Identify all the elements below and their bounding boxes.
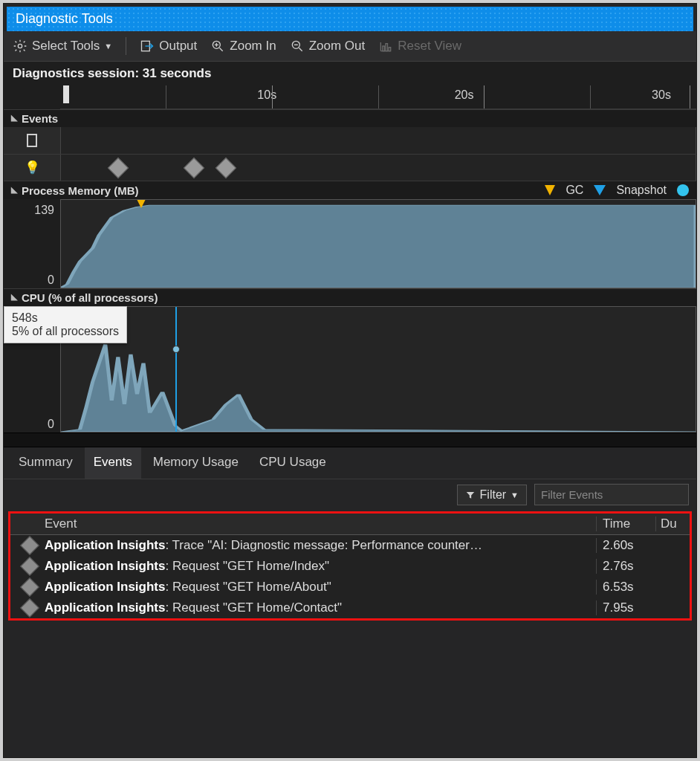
session-label: Diagnostics session: 31 seconds [4, 62, 696, 85]
output-icon [140, 39, 155, 54]
memory-ymin: 0 [48, 273, 54, 287]
break-events-icon[interactable] [27, 134, 37, 147]
event-text: : Request "GET Home/Index" [165, 559, 329, 573]
collapse-icon: ◣ [11, 292, 17, 302]
zoom-out-icon [290, 39, 305, 54]
toolbar: Select Tools ▼ Output Zoom In Zoom Out R… [4, 31, 696, 62]
cpu-tooltip: 548s 5% of all processors [4, 306, 127, 343]
filter-icon [465, 490, 476, 500]
time-cell: 2.60s [596, 538, 655, 553]
event-source: Application Insights [45, 600, 165, 615]
playhead-icon[interactable] [63, 85, 69, 103]
cpu-cursor-dot[interactable] [172, 346, 180, 353]
chevron-down-icon: ▼ [511, 490, 519, 499]
table-row[interactable]: Application Insights: Request "GET Home/… [10, 598, 690, 618]
table-row[interactable]: Application Insights: Request "GET Home/… [10, 577, 690, 598]
tab-events[interactable]: Events [85, 447, 141, 479]
ruler-tick-30s: 30s [652, 88, 671, 102]
intellitrace-track[interactable] [60, 155, 696, 181]
separator [126, 37, 126, 55]
col-header-event[interactable]: Event [45, 516, 596, 531]
memory-chart[interactable]: 139 0 [4, 199, 696, 288]
legend-snapshot: Snapshot [616, 184, 667, 197]
diamond-icon [20, 598, 39, 617]
event-text: : Trace "AI: Diagnostic message: Perform… [165, 538, 482, 552]
gc-marker-icon [545, 185, 555, 195]
event-text: : Request "GET Home/About" [165, 580, 331, 594]
intellitrace-icon[interactable]: 💡 [25, 160, 40, 175]
break-events-track[interactable] [60, 127, 696, 154]
event-cell: Application Insights: Request "GET Home/… [45, 600, 596, 615]
private-bytes-icon [677, 184, 689, 196]
time-cell: 6.53s [596, 580, 655, 595]
memory-section-header[interactable]: ◣ Process Memory (MB) GC Snapshot [4, 181, 696, 199]
event-marker[interactable] [184, 157, 204, 178]
events-table: Event Time Du Application Insights: Trac… [8, 511, 692, 621]
collapse-icon: ◣ [11, 185, 17, 195]
event-marker[interactable] [108, 157, 129, 178]
event-cell: Application Insights: Request "GET Home/… [45, 580, 596, 595]
filter-events-input[interactable] [534, 484, 689, 505]
table-header: Event Time Du [10, 514, 690, 535]
select-tools-label: Select Tools [32, 39, 100, 54]
reset-view-button: Reset View [378, 39, 461, 54]
tab-summary[interactable]: Summary [10, 447, 82, 479]
memory-plot-area [61, 200, 696, 288]
select-tools-dropdown[interactable]: Select Tools ▼ [13, 39, 112, 54]
cpu-cursor-line[interactable] [175, 307, 177, 432]
event-marker[interactable] [215, 157, 236, 178]
diamond-icon [20, 536, 39, 554]
table-row[interactable]: Application Insights: Trace "AI: Diagnos… [10, 535, 690, 556]
output-label: Output [159, 39, 197, 54]
panel-divider[interactable] [4, 433, 696, 447]
filter-bar: Filter ▼ [4, 479, 696, 510]
cpu-section-title: CPU (% of all processors) [22, 291, 158, 304]
cpu-section-header[interactable]: ◣ CPU (% of all processors) [4, 288, 696, 306]
diamond-icon [20, 577, 39, 596]
zoom-out-button[interactable]: Zoom Out [290, 39, 366, 54]
svg-point-0 [18, 44, 22, 48]
timeline-ruler[interactable]: 10s 20s 30s [60, 85, 696, 109]
output-button[interactable]: Output [140, 39, 197, 54]
event-source: Application Insights [45, 559, 165, 573]
zoom-in-label: Zoom In [230, 39, 276, 54]
cpu-chart[interactable]: 0 548s 5% of all processors [4, 306, 696, 433]
memory-section-title: Process Memory (MB) [22, 184, 139, 197]
table-row[interactable]: Application Insights: Request "GET Home/… [10, 556, 690, 577]
zoom-in-icon [210, 39, 225, 54]
svg-rect-6 [389, 48, 391, 51]
filter-label: Filter [480, 488, 507, 502]
event-cell: Application Insights: Request "GET Home/… [45, 559, 596, 574]
events-lane: 💡 [4, 127, 696, 181]
filter-dropdown[interactable]: Filter ▼ [457, 485, 527, 505]
time-cell: 7.95s [596, 600, 655, 615]
ruler-tick-20s: 20s [455, 88, 474, 102]
window-title[interactable]: Diagnostic Tools [7, 7, 693, 31]
event-text: : Request "GET Home/Contact" [165, 600, 342, 615]
tooltip-value: 5% of all processors [12, 325, 119, 338]
zoom-in-button[interactable]: Zoom In [210, 39, 276, 54]
cpu-plot-area [61, 307, 696, 432]
memory-legend: GC Snapshot [545, 184, 689, 197]
col-header-time[interactable]: Time [596, 516, 655, 531]
events-section-header[interactable]: ◣ Events [4, 109, 696, 127]
diamond-icon [20, 557, 39, 575]
svg-rect-5 [386, 44, 388, 51]
chevron-down-icon: ▼ [104, 42, 112, 51]
events-section-title: Events [22, 112, 58, 125]
memory-ymax: 139 [34, 204, 54, 217]
event-source: Application Insights [45, 538, 165, 552]
details-tabs: Summary Events Memory Usage CPU Usage [4, 447, 696, 479]
ruler-tick-10s: 10s [257, 88, 276, 102]
col-header-duration[interactable]: Du [655, 516, 685, 531]
tab-cpu-usage[interactable]: CPU Usage [250, 447, 335, 479]
reset-view-label: Reset View [398, 39, 461, 54]
reset-view-icon [378, 39, 393, 54]
tab-memory-usage[interactable]: Memory Usage [144, 447, 247, 479]
zoom-out-label: Zoom Out [309, 39, 366, 54]
legend-gc: GC [565, 184, 583, 197]
gc-event-marker[interactable] [137, 199, 146, 208]
gear-icon [13, 39, 27, 54]
window-title-text: Diagnostic Tools [16, 11, 113, 26]
cpu-ymin: 0 [48, 418, 54, 431]
